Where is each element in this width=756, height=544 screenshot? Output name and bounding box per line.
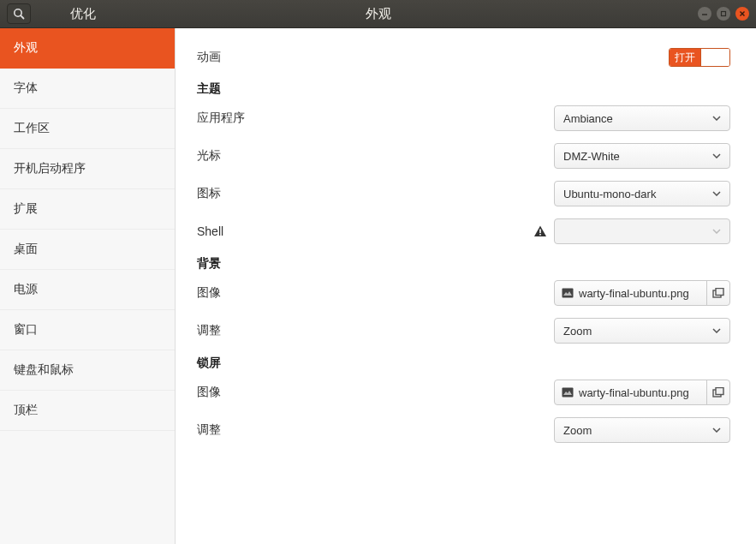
combo-value: Ubuntu-mono-dark xyxy=(563,188,656,200)
search-icon xyxy=(13,8,25,20)
sidebar-item-workspaces[interactable]: 工作区 xyxy=(0,109,175,149)
file-name: warty-final-ubuntu.png xyxy=(579,287,706,300)
minimize-button[interactable] xyxy=(698,7,711,21)
titlebar: 优化 外观 xyxy=(0,0,756,28)
lock-adjust-select[interactable]: Zoom xyxy=(554,417,730,443)
background-heading: 背景 xyxy=(197,256,730,272)
sidebar-item-keyboard-mouse[interactable]: 键盘和鼠标 xyxy=(0,350,175,391)
row-icons-theme: 图标 Ubuntu-mono-dark xyxy=(197,181,730,206)
sidebar-item-topbar[interactable]: 顶栏 xyxy=(0,391,175,431)
sidebar-item-label: 窗口 xyxy=(14,322,38,336)
row-background-image: 图像 warty-final-ubuntu.png xyxy=(197,280,730,306)
chevron-down-icon xyxy=(712,427,721,433)
warning-icon xyxy=(533,224,547,238)
shell-theme-label: Shell xyxy=(197,224,223,238)
sidebar-item-label: 工作区 xyxy=(14,121,50,135)
svg-rect-7 xyxy=(539,234,541,236)
maximize-button[interactable] xyxy=(717,7,730,21)
svg-rect-13 xyxy=(716,388,723,395)
chevron-down-icon xyxy=(712,116,721,121)
animations-label: 动画 xyxy=(197,50,221,65)
applications-theme-label: 应用程序 xyxy=(197,111,245,126)
applications-theme-select[interactable]: Ambiance xyxy=(554,105,730,131)
window-controls xyxy=(698,7,749,21)
row-lock-adjust: 调整 Zoom xyxy=(197,417,730,443)
background-image-button[interactable]: warty-final-ubuntu.png xyxy=(554,280,730,306)
image-icon xyxy=(555,387,579,398)
sidebar-item-windows[interactable]: 窗口 xyxy=(0,310,175,350)
row-background-adjust: 调整 Zoom xyxy=(197,318,730,344)
chevron-down-icon xyxy=(712,153,721,158)
svg-rect-6 xyxy=(539,230,541,234)
combo-value: Zoom xyxy=(563,424,592,437)
sidebar-item-startup[interactable]: 开机启动程序 xyxy=(0,149,175,189)
sidebar-item-label: 扩展 xyxy=(14,201,38,215)
toggle-knob xyxy=(700,49,729,66)
app-title: 优化 xyxy=(70,6,96,22)
maximize-icon xyxy=(720,10,727,17)
main-panel: 动画 打开 主题 应用程序 Ambiance 光标 DMZ-White xyxy=(176,28,756,544)
sidebar-item-desktop[interactable]: 桌面 xyxy=(0,230,175,270)
cursor-theme-label: 光标 xyxy=(197,148,221,164)
svg-rect-10 xyxy=(716,289,723,296)
sidebar-item-label: 桌面 xyxy=(14,242,38,255)
svg-line-1 xyxy=(21,15,23,18)
lock-adjust-label: 调整 xyxy=(197,422,221,438)
file-open-icon xyxy=(706,380,729,404)
sidebar-item-label: 键盘和鼠标 xyxy=(14,362,74,376)
svg-rect-3 xyxy=(722,12,726,16)
lock-image-label: 图像 xyxy=(197,385,221,400)
close-icon xyxy=(739,10,746,17)
combo-value: Zoom xyxy=(563,325,592,338)
svg-rect-11 xyxy=(563,388,574,398)
sidebar-item-label: 电源 xyxy=(14,282,38,296)
chevron-down-icon xyxy=(712,328,721,333)
svg-rect-8 xyxy=(563,289,574,298)
file-open-icon xyxy=(706,281,729,305)
row-cursor-theme: 光标 DMZ-White xyxy=(197,143,730,169)
sidebar-item-label: 外观 xyxy=(14,40,38,54)
combo-value: Ambiance xyxy=(563,112,613,125)
background-adjust-label: 调整 xyxy=(197,323,221,338)
content: 外观 字体 工作区 开机启动程序 扩展 桌面 电源 窗口 键盘和鼠标 顶栏 动画… xyxy=(0,28,756,544)
sidebar-item-power[interactable]: 电源 xyxy=(0,270,175,310)
background-image-label: 图像 xyxy=(197,285,221,301)
sidebar-item-appearance[interactable]: 外观 xyxy=(0,28,175,69)
sidebar-item-label: 字体 xyxy=(14,81,38,94)
toggle-on-label: 打开 xyxy=(670,49,700,67)
combo-value: DMZ-White xyxy=(563,150,620,163)
close-button[interactable] xyxy=(735,7,749,21)
page-title: 外观 xyxy=(366,6,391,22)
icons-theme-label: 图标 xyxy=(197,186,221,201)
background-adjust-select[interactable]: Zoom xyxy=(554,318,730,344)
lockscreen-heading: 锁屏 xyxy=(197,356,730,371)
animations-toggle[interactable]: 打开 xyxy=(669,48,730,67)
minimize-icon xyxy=(701,10,708,17)
sidebar-item-label: 开机启动程序 xyxy=(14,161,86,175)
lock-image-button[interactable]: warty-final-ubuntu.png xyxy=(554,380,730,405)
theme-heading: 主题 xyxy=(197,81,730,97)
sidebar-item-label: 顶栏 xyxy=(14,403,38,416)
search-button[interactable] xyxy=(7,3,31,24)
image-icon xyxy=(555,288,579,298)
shell-theme-select xyxy=(554,218,730,244)
row-shell-theme: Shell xyxy=(197,218,730,244)
chevron-down-icon xyxy=(712,191,721,196)
chevron-down-icon xyxy=(712,229,721,234)
sidebar-item-extensions[interactable]: 扩展 xyxy=(0,189,175,230)
icons-theme-select[interactable]: Ubuntu-mono-dark xyxy=(554,181,730,206)
row-animations: 动画 打开 xyxy=(197,45,730,69)
row-applications-theme: 应用程序 Ambiance xyxy=(197,105,730,131)
cursor-theme-select[interactable]: DMZ-White xyxy=(554,143,730,169)
file-name: warty-final-ubuntu.png xyxy=(579,386,706,399)
row-lock-image: 图像 warty-final-ubuntu.png xyxy=(197,380,730,405)
sidebar: 外观 字体 工作区 开机启动程序 扩展 桌面 电源 窗口 键盘和鼠标 顶栏 xyxy=(0,28,176,544)
sidebar-item-fonts[interactable]: 字体 xyxy=(0,69,175,109)
